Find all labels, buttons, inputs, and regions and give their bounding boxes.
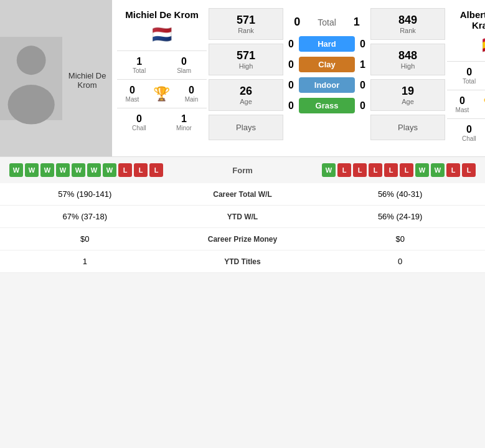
- left-slam-value: 0: [177, 56, 191, 67]
- stat-left-value: 67% (37-18): [0, 206, 170, 228]
- left-slam-stat: 0 Slam: [174, 55, 194, 75]
- form-badge-left: W: [87, 163, 101, 177]
- left-player-name-below: Michiel De Krom: [62, 71, 112, 90]
- form-badge-left: W: [56, 163, 70, 177]
- indoor-right-score: 0: [355, 80, 370, 91]
- hard-badge: Hard: [299, 36, 355, 52]
- stats-row: 1 YTD Titles 0: [0, 250, 485, 273]
- top-section: Michiel De Krom Michiel De Krom 🇳🇱 1 Tot…: [0, 0, 485, 156]
- left-high-box: 571 High: [209, 44, 283, 75]
- right-age-box: 19 Age: [370, 79, 445, 111]
- right-age-label: Age: [377, 98, 438, 105]
- right-chall-label: Chall: [462, 135, 476, 142]
- form-section: WWWWWWWLLL Form WLLLLLWWLL: [0, 156, 485, 183]
- stat-center-label: YTD Titles: [170, 250, 316, 273]
- indoor-badge: Indoor: [299, 77, 355, 93]
- left-stats-panel: Michiel De Krom 🇳🇱 1 Total 0 Slam 0 Mast: [112, 0, 212, 156]
- form-badge-right: W: [415, 163, 429, 177]
- svg-point-1: [17, 45, 46, 75]
- left-total-stat: 1 Total: [130, 55, 148, 75]
- indoor-left-score: 0: [283, 80, 299, 91]
- stats-table: 57% (190-141) Career Total W/L 56% (40-3…: [0, 183, 485, 273]
- stat-left-value: 57% (190-141): [0, 183, 170, 206]
- left-age-label: Age: [215, 98, 276, 105]
- stat-left-value: $0: [0, 228, 170, 250]
- right-stats-panel: Albert Pedrico Kravtsov 🇪🇸 0 Total 0 Sla…: [442, 0, 485, 156]
- right-plays-box: Plays: [370, 115, 445, 140]
- stat-center-label: Career Total W/L: [170, 183, 316, 206]
- clay-right-score: 1: [355, 59, 370, 70]
- right-high-box: 848 High: [370, 44, 445, 75]
- form-badge-right: L: [369, 163, 382, 177]
- left-age-value: 26: [215, 85, 276, 98]
- right-rank-label: Rank: [377, 27, 438, 34]
- stats-row: 57% (190-141) Career Total W/L 56% (40-3…: [0, 183, 485, 206]
- right-player-name: Albert Pedrico Kravtsov: [447, 9, 485, 31]
- left-minor-stat: 1 Minor: [174, 112, 194, 133]
- right-total-label: Total: [463, 78, 476, 85]
- stat-left-value: 1: [0, 250, 170, 273]
- left-high-value: 571: [215, 49, 276, 62]
- stats-row: $0 Career Prize Money $0: [0, 228, 485, 250]
- left-player-name: Michiel De Krom: [125, 9, 199, 20]
- left-age-box: 26 Age: [209, 79, 283, 111]
- left-chall-value: 0: [132, 113, 146, 125]
- form-badge-right: L: [384, 163, 398, 177]
- form-badge-left: L: [118, 163, 132, 177]
- right-mast-label: Mast: [456, 107, 469, 113]
- left-slam-label: Slam: [177, 67, 191, 74]
- clay-badge: Clay: [299, 57, 355, 72]
- stats-row: 67% (37-18) YTD W/L 56% (24-19): [0, 206, 485, 228]
- grass-left-score: 0: [283, 100, 299, 112]
- form-label: Form: [232, 166, 253, 175]
- left-chall-stat: 0 Chall: [129, 112, 149, 133]
- left-minor-label: Minor: [176, 125, 192, 131]
- left-player-photo: Michiel De Krom: [0, 0, 112, 156]
- left-mast-stat: 0 Mast: [123, 83, 142, 104]
- total-left-score: 0: [288, 16, 306, 29]
- right-rank-value: 849: [377, 14, 438, 27]
- right-total-stat: 0 Total: [460, 65, 478, 86]
- left-main-value: 0: [185, 85, 199, 96]
- grass-badge: Grass: [299, 98, 355, 113]
- left-high-label: High: [215, 62, 276, 70]
- left-chall-label: Chall: [132, 125, 146, 131]
- hard-left-score: 0: [283, 39, 299, 50]
- right-plays-label: Plays: [377, 123, 438, 132]
- left-rank-box: 571 Rank: [209, 8, 283, 40]
- right-age-value: 19: [377, 85, 438, 98]
- form-badge-right: L: [400, 163, 413, 177]
- left-plays-label: Plays: [215, 123, 276, 132]
- left-flag: 🇳🇱: [152, 25, 172, 44]
- form-badge-left: L: [134, 163, 148, 177]
- right-rank-panel: 849 Rank 848 High 19 Age Plays: [374, 0, 442, 156]
- svg-point-2: [8, 85, 55, 125]
- left-main-stat: 0 Main: [182, 83, 201, 104]
- form-badge-left: W: [72, 163, 85, 177]
- left-rank-label: Rank: [215, 27, 276, 34]
- right-total-value: 0: [463, 67, 476, 78]
- form-badge-right: W: [431, 163, 445, 177]
- form-badge-right: L: [446, 163, 460, 177]
- stat-right-value: $0: [315, 228, 485, 250]
- hard-right-score: 0: [355, 39, 370, 50]
- stat-right-value: 56% (24-19): [315, 206, 485, 228]
- left-mast-value: 0: [126, 85, 139, 96]
- right-mast-value: 0: [456, 95, 469, 107]
- form-badge-right: L: [462, 163, 476, 177]
- right-form-badges: WLLLLLWWLL: [322, 163, 476, 177]
- stat-center-label: Career Prize Money: [170, 228, 316, 250]
- middle-section: 0 Total 1 0 Hard 0 0 Clay 1 0 Indoor 0: [280, 0, 374, 156]
- right-flag: 🇪🇸: [482, 36, 485, 55]
- form-badge-left: W: [40, 163, 54, 177]
- left-minor-value: 1: [176, 113, 192, 125]
- form-badge-left: W: [9, 163, 23, 177]
- left-main-label: Main: [185, 96, 199, 103]
- right-rank-box: 849 Rank: [370, 8, 445, 40]
- stat-center-label: YTD W/L: [170, 206, 316, 228]
- left-mast-label: Mast: [126, 96, 139, 103]
- left-trophy-icon: 🏆: [153, 86, 170, 102]
- main-container: Michiel De Krom Michiel De Krom 🇳🇱 1 Tot…: [0, 0, 485, 273]
- left-plays-box: Plays: [209, 115, 283, 140]
- left-form-badges: WWWWWWWLLL: [9, 163, 163, 177]
